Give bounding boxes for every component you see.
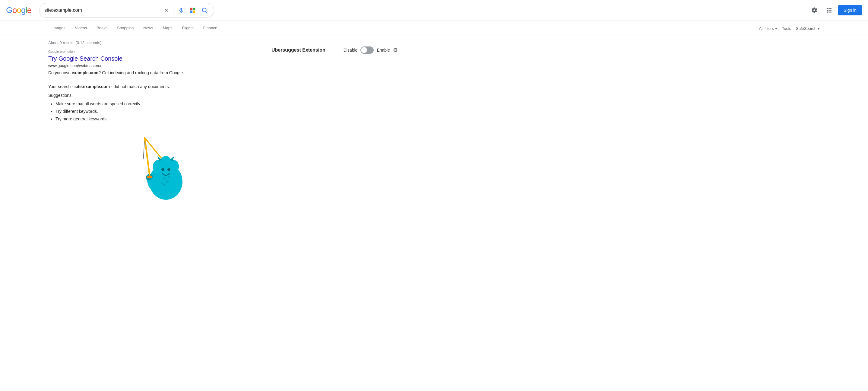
svg-point-17	[167, 168, 170, 171]
nav-right: All filters ▾ Tools SafeSearch ▾	[759, 26, 820, 31]
logo-g: G	[6, 5, 12, 15]
svg-rect-4	[193, 8, 195, 10]
svg-point-26	[161, 182, 163, 184]
promotion-box: Google promotion Try Google Search Conso…	[48, 50, 253, 76]
all-filters-button[interactable]: All filters ▾	[759, 26, 777, 31]
safe-search-button[interactable]: SafeSearch ▾	[796, 26, 820, 31]
tab-news[interactable]: News	[139, 23, 157, 34]
tab-flights[interactable]: Flights	[178, 23, 198, 34]
promo-title-link[interactable]: Try Google Search Console	[48, 55, 253, 62]
microphone-icon[interactable]	[177, 6, 185, 14]
tab-images[interactable]: Images	[48, 23, 70, 34]
toggle-switch[interactable]	[361, 47, 374, 54]
svg-point-23	[166, 180, 168, 183]
logo-o2: o	[17, 5, 21, 15]
toggle-group: Disable Enable ⚙	[343, 47, 398, 54]
fishing-illustration	[102, 135, 199, 201]
results-column: About 0 results (0.12 seconds) Google pr…	[48, 40, 253, 201]
svg-point-15	[154, 159, 177, 183]
toggle-knob	[361, 47, 367, 53]
sign-in-button[interactable]: Sign in	[838, 5, 862, 16]
svg-point-16	[161, 168, 164, 171]
promo-url: www.google.com/webmasters/	[48, 63, 253, 68]
suggestions-label: Suggestions:	[48, 93, 253, 98]
suggestion-item: Try different keywords.	[56, 108, 253, 115]
search-bar: ✕	[39, 3, 214, 18]
svg-point-22	[163, 177, 165, 180]
chevron-down-icon: ▾	[775, 26, 777, 31]
header: Google ✕	[0, 0, 868, 21]
safe-search-label: SafeSearch	[796, 26, 816, 31]
tab-shopping[interactable]: Shopping	[113, 23, 138, 34]
results-info: About 0 results (0.12 seconds)	[48, 40, 253, 45]
search-submit-button[interactable]	[200, 6, 209, 15]
no-match-before: Your search -	[48, 84, 74, 89]
no-results-section: Your search - site:example.com - did not…	[48, 83, 253, 123]
grid-icon	[826, 7, 832, 13]
logo-o1: o	[12, 5, 17, 15]
promo-desc-after: ? Get indexing and ranking data from Goo…	[99, 70, 184, 75]
svg-point-25	[168, 176, 170, 178]
promotion-label: Google promotion	[48, 50, 253, 53]
promo-desc-before: Do you own	[48, 70, 72, 75]
ubersuggest-box: Ubersuggest Extension Disable Enable ⚙	[266, 40, 416, 60]
ubersuggest-gear-icon[interactable]: ⚙	[393, 47, 398, 53]
svg-rect-28	[147, 176, 152, 178]
svg-rect-6	[193, 10, 195, 13]
svg-line-8	[206, 11, 207, 13]
search-icons: ✕	[163, 6, 209, 15]
header-right: Sign in	[809, 4, 862, 16]
no-match-query: site:example.com	[74, 84, 110, 89]
suggestion-item: Make sure that all words are spelled cor…	[56, 100, 253, 108]
ubersuggest-title: Ubersuggest Extension	[272, 48, 326, 53]
tab-books[interactable]: Books	[92, 23, 112, 34]
disable-label: Disable	[343, 48, 358, 53]
tools-label: Tools	[782, 26, 791, 31]
search-input[interactable]	[44, 7, 160, 13]
chevron-down-icon-safe: ▾	[818, 26, 820, 31]
logo-e: e	[27, 5, 32, 15]
main-content: About 0 results (0.12 seconds) Google pr…	[0, 34, 868, 207]
svg-rect-5	[190, 10, 193, 13]
svg-point-24	[163, 183, 165, 186]
tab-finance[interactable]: Finance	[199, 23, 221, 34]
tab-maps[interactable]: Maps	[159, 23, 177, 34]
svg-rect-0	[181, 8, 182, 11]
suggestion-item: Try more general keywords.	[56, 115, 253, 123]
tab-videos[interactable]: Videos	[71, 23, 91, 34]
apps-icon[interactable]	[824, 5, 835, 16]
no-match-after: - did not match any documents.	[110, 84, 170, 89]
promo-description: Do you own example.com? Get indexing and…	[48, 70, 253, 76]
promo-desc-highlight: example.com	[72, 70, 99, 75]
lens-icon[interactable]	[188, 6, 197, 14]
suggestions-list: Make sure that all words are spelled cor…	[48, 100, 253, 123]
svg-rect-3	[190, 8, 193, 10]
nav-tabs: Images Videos Books Shopping News Maps F…	[0, 21, 868, 34]
tools-button[interactable]: Tools	[782, 26, 791, 31]
divider	[173, 7, 174, 14]
settings-icon[interactable]	[809, 4, 820, 16]
all-filters-label: All filters	[759, 26, 774, 31]
sidebar-column: Ubersuggest Extension Disable Enable ⚙	[266, 40, 416, 201]
enable-label: Enable	[377, 48, 390, 53]
illustration	[48, 135, 253, 201]
google-logo[interactable]: Google	[6, 5, 31, 15]
clear-button[interactable]: ✕	[163, 6, 169, 14]
no-results-text: Your search - site:example.com - did not…	[48, 83, 253, 91]
logo-g2: g	[21, 5, 26, 15]
